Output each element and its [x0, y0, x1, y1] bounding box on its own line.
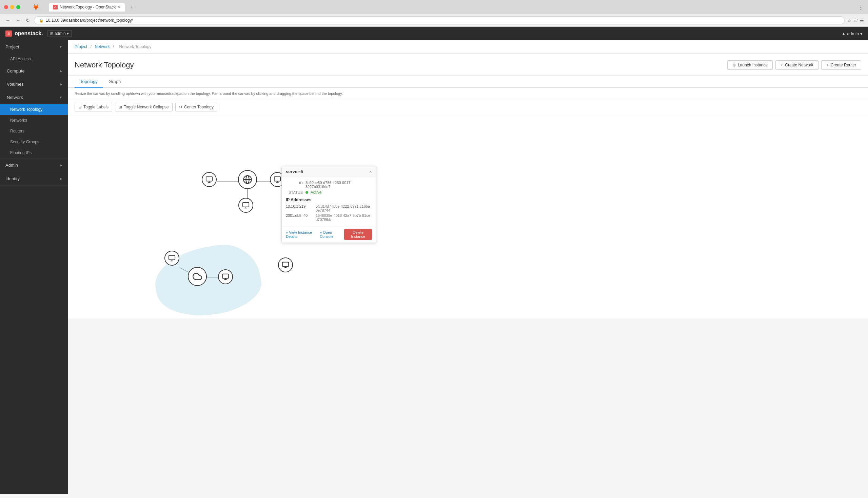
- launch-instance-button[interactable]: ⊕ Launch Instance: [727, 60, 773, 70]
- address-text: 10.10.0.39/dashboard/project/network_top…: [46, 18, 133, 23]
- browser-icon: 🦊: [33, 4, 39, 11]
- toggle-labels-button[interactable]: ⊞ Toggle Labels: [75, 103, 112, 112]
- topology-canvas[interactable]: server-5 × ID 3c90be50-d786-4230-9017-39…: [68, 115, 868, 318]
- svg-rect-17: [169, 255, 175, 260]
- admin-menu-button[interactable]: ⊞ admin ▾: [47, 30, 72, 37]
- server-node-isolated[interactable]: [278, 258, 293, 272]
- browser-tab[interactable]: O Network Topology - OpenStack ✕: [49, 3, 125, 12]
- launch-icon: ⊕: [732, 63, 736, 67]
- page-title: Network Topology: [75, 61, 133, 69]
- toggle-collapse-icon: ⊞: [119, 105, 122, 109]
- sidebar-volumes-header[interactable]: Volumes ▶: [0, 78, 68, 91]
- ip-address-1: 10.10.1.219: [286, 204, 313, 212]
- popup-status-value: Active: [306, 190, 372, 195]
- sidebar-item-api-access[interactable]: API Access: [0, 53, 68, 64]
- topbar-logo: ≡ openstack.: [5, 30, 43, 37]
- popup-close-button[interactable]: ×: [369, 169, 372, 174]
- network-node-1[interactable]: [188, 267, 207, 286]
- tab-topology[interactable]: Topology: [75, 76, 103, 88]
- tab-close-icon[interactable]: ✕: [118, 5, 121, 10]
- popup-status-label: STATUS: [286, 190, 303, 195]
- router-node-1[interactable]: [238, 170, 257, 189]
- ip-id-1: 5fcd14d7-fbbe-4222-8991-c165a0e78744: [316, 204, 372, 212]
- browser-nav: ← → ↻ 🔒 10.10.0.39/dashboard/project/net…: [0, 14, 868, 26]
- popup-ip-row-1: 10.10.1.219 5fcd14d7-fbbe-4222-8991-c165…: [286, 204, 372, 212]
- maximize-dot[interactable]: [16, 5, 20, 9]
- sidebar-compute-header[interactable]: Compute ▶: [0, 64, 68, 78]
- server-node-3[interactable]: [238, 198, 253, 213]
- browser-chrome: 🦊 O Network Topology - OpenStack ✕ + ⋮ ←…: [0, 0, 868, 27]
- project-chevron-icon: ▼: [59, 45, 62, 49]
- close-dot[interactable]: [4, 5, 8, 9]
- svg-rect-5: [206, 177, 212, 181]
- network-label: Network: [7, 95, 23, 100]
- sidebar-section-identity: Identity ▶: [0, 172, 68, 186]
- minimize-dot[interactable]: [10, 5, 14, 9]
- create-network-icon: +: [780, 63, 783, 67]
- back-button[interactable]: ←: [4, 16, 12, 24]
- server-icon-3: [238, 198, 253, 213]
- browser-titlebar: 🦊 O Network Topology - OpenStack ✕ + ⋮: [0, 0, 868, 14]
- ip-id-2: 1548035e-4013-42a7-8b7b-81ced707f9bb: [316, 213, 372, 222]
- bookmark-icon[interactable]: ☆: [847, 18, 851, 23]
- popup-server-name: server-5: [286, 169, 303, 174]
- header-actions: ⊕ Launch Instance + Create Network + Cre…: [727, 60, 861, 70]
- sidebar-project-header[interactable]: Project ▼: [0, 40, 68, 53]
- project-label: Project: [5, 44, 19, 50]
- create-network-button[interactable]: + Create Network: [776, 60, 818, 70]
- tab-title: Network Topology - OpenStack: [60, 5, 116, 10]
- create-router-icon: +: [826, 63, 829, 67]
- forward-button[interactable]: →: [14, 16, 22, 24]
- create-router-button[interactable]: + Create Router: [821, 60, 861, 70]
- identity-label: Identity: [5, 176, 20, 181]
- sidebar-network-header[interactable]: Network ▼: [0, 91, 68, 104]
- server-icon-isolated: [278, 258, 293, 272]
- admin-chevron-icon: ▶: [60, 163, 62, 167]
- topology-info: Resize the canvas by scrolling up/down w…: [68, 88, 868, 99]
- toggle-collapse-button[interactable]: ⊞ Toggle Network Collapse: [115, 103, 173, 112]
- server-node-4[interactable]: [164, 251, 179, 266]
- new-tab-button[interactable]: +: [127, 3, 136, 12]
- server-node-1[interactable]: [202, 172, 217, 187]
- sidebar-item-network-topology[interactable]: Network Topology: [0, 104, 68, 115]
- breadcrumb-sep2: /: [113, 44, 114, 49]
- menu-icon[interactable]: ☰: [860, 18, 864, 23]
- delete-instance-button[interactable]: Delete Instance: [344, 229, 372, 240]
- server-node-5[interactable]: [218, 269, 233, 284]
- popup-actions: » View Instance Details » Open Console D…: [282, 226, 376, 243]
- refresh-button[interactable]: ↻: [24, 16, 31, 24]
- page-header: Network Topology ⊕ Launch Instance + Cre…: [68, 53, 868, 76]
- popup-ip-row-2: 2001:db8::40 1548035e-4013-42a7-8b7b-81c…: [286, 213, 372, 222]
- globe-icon: [238, 170, 257, 189]
- sidebar-section-admin: Admin ▶: [0, 159, 68, 172]
- sidebar-item-routers[interactable]: Routers: [0, 126, 68, 136]
- sidebar-item-floating-ips[interactable]: Floating IPs: [0, 147, 68, 158]
- status-dot-icon: [306, 191, 308, 194]
- sidebar-item-networks[interactable]: Networks: [0, 115, 68, 126]
- svg-rect-20: [222, 274, 229, 278]
- sidebar-item-security-groups[interactable]: Security Groups: [0, 136, 68, 147]
- tab-graph[interactable]: Graph: [103, 76, 126, 88]
- shield-icon[interactable]: 🛡: [853, 18, 858, 23]
- toggle-labels-icon: ⊞: [78, 105, 82, 109]
- address-bar[interactable]: 🔒 10.10.0.39/dashboard/project/network_t…: [34, 16, 845, 24]
- sidebar-admin-header[interactable]: Admin ▶: [0, 159, 68, 172]
- breadcrumb-current: Network Topology: [119, 44, 151, 49]
- breadcrumb-network[interactable]: Network: [94, 44, 110, 49]
- main-content: Project / Network / Network Topology Net…: [68, 40, 868, 494]
- center-topology-button[interactable]: ↺ Center Topology: [175, 103, 217, 112]
- open-console-link[interactable]: » Open Console: [320, 231, 342, 238]
- sidebar: Project ▼ API Access Compute ▶ Volumes ▶…: [0, 40, 68, 494]
- popup-id-row: ID 3c90be50-d786-4230-9017-3927b0319de7: [286, 181, 372, 189]
- topology-info-text: Resize the canvas by scrolling up/down w…: [75, 91, 343, 95]
- breadcrumb-project[interactable]: Project: [75, 44, 87, 49]
- popup-status-row: STATUS Active: [286, 190, 372, 195]
- view-instance-details-link[interactable]: » View Instance Details: [286, 231, 317, 238]
- user-menu-button[interactable]: ▲ admin ▾: [842, 31, 863, 36]
- svg-rect-14: [243, 202, 249, 207]
- server-popup: server-5 × ID 3c90be50-d786-4230-9017-39…: [281, 166, 376, 243]
- browser-dots: [4, 5, 20, 9]
- center-icon: ↺: [179, 105, 182, 109]
- sidebar-identity-header[interactable]: Identity ▶: [0, 172, 68, 185]
- svg-rect-11: [274, 177, 280, 181]
